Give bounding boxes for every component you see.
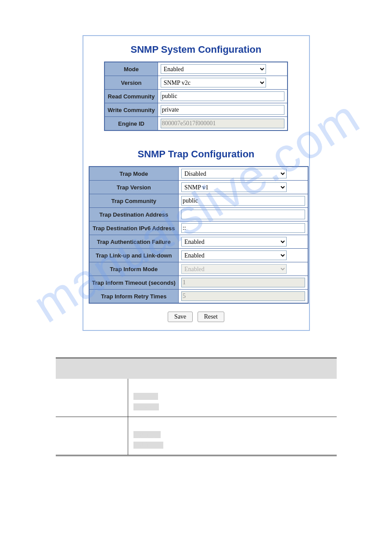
desc-row: Enabled Disabled: [56, 379, 337, 417]
trap-linkup-select[interactable]: Enabled: [181, 250, 287, 260]
mode-select[interactable]: Enabled: [161, 64, 266, 74]
engine-id-input: [161, 119, 284, 128]
trap-inform-retry-input: [181, 291, 305, 301]
trap-config-title: SNMP Trap Configuration: [89, 149, 304, 160]
table-row: Trap Inform Retry Times: [89, 290, 308, 304]
trap-mode-label: Trap Mode: [89, 167, 179, 181]
table-row: Trap Destination IPv6 Address: [89, 221, 308, 235]
description-table: Enabled Disabled SNMP v1 SNMP v2c: [56, 357, 337, 456]
trap-inform-mode-label: Trap Inform Mode: [89, 262, 179, 276]
table-row: Trap Destination Address: [89, 208, 308, 221]
trap-inform-mode-select: Enabled: [181, 264, 287, 274]
desc-row: SNMP v1 SNMP v2c: [56, 417, 337, 456]
version-select[interactable]: SNMP v2c: [161, 78, 266, 87]
read-community-input[interactable]: [161, 91, 284, 101]
desc-tag: SNMP v1: [133, 431, 161, 438]
table-row: Trap Version SNMP v1: [89, 181, 308, 194]
save-button[interactable]: Save: [168, 312, 193, 322]
system-config-table: Mode Enabled Version SNMP v2c Read Commu…: [104, 62, 288, 131]
trap-version-select[interactable]: SNMP v1: [181, 182, 287, 192]
mode-label: Mode: [104, 62, 158, 76]
system-config-title: SNMP System Configuration: [89, 44, 304, 55]
trap-version-label: Trap Version: [89, 181, 179, 194]
trap-linkup-label: Trap Link-up and Link-down: [89, 249, 179, 262]
table-row: Read Community: [104, 90, 287, 103]
table-row: Mode Enabled: [104, 62, 287, 76]
table-row: Trap Inform Mode Enabled: [89, 262, 308, 276]
write-community-input[interactable]: [161, 105, 284, 115]
trap-dest-addr-input[interactable]: [181, 210, 305, 219]
trap-dest-ipv6-label: Trap Destination IPv6 Address: [89, 221, 179, 235]
trap-inform-timeout-label: Trap Inform Timeout (seconds): [89, 276, 179, 290]
desc-header-row: [56, 358, 337, 379]
trap-dest-addr-label: Trap Destination Address: [89, 208, 179, 221]
desc-tag: Enabled: [133, 393, 158, 400]
table-row: Engine ID: [104, 117, 287, 131]
write-community-label: Write Community: [104, 103, 158, 117]
table-row: Trap Community: [89, 194, 308, 208]
trap-inform-timeout-input: [181, 278, 305, 287]
desc-tag: SNMP v2c: [133, 442, 163, 449]
trap-dest-ipv6-input[interactable]: [181, 223, 305, 233]
table-row: Trap Link-up and Link-down Enabled: [89, 249, 308, 262]
reset-button[interactable]: Reset: [198, 312, 224, 322]
trap-mode-select[interactable]: Disabled: [181, 169, 287, 178]
trap-auth-fail-select[interactable]: Enabled: [181, 237, 287, 247]
trap-community-input[interactable]: [181, 196, 305, 206]
button-row: Save Reset: [89, 312, 304, 322]
engine-id-label: Engine ID: [104, 117, 158, 131]
trap-auth-fail-label: Trap Authentication Failure: [89, 235, 179, 249]
table-row: Write Community: [104, 103, 287, 117]
version-label: Version: [104, 76, 158, 90]
table-row: Trap Mode Disabled: [89, 167, 308, 181]
read-community-label: Read Community: [104, 90, 158, 103]
trap-config-table: Trap Mode Disabled Trap Version SNMP v1 …: [89, 166, 309, 304]
table-row: Trap Inform Timeout (seconds): [89, 276, 308, 290]
table-row: Version SNMP v2c: [104, 76, 287, 90]
desc-tag: Disabled: [133, 403, 159, 410]
trap-inform-retry-label: Trap Inform Retry Times: [89, 290, 179, 304]
trap-community-label: Trap Community: [89, 194, 179, 208]
config-panel: SNMP System Configuration Mode Enabled V…: [83, 35, 310, 331]
table-row: Trap Authentication Failure Enabled: [89, 235, 308, 249]
